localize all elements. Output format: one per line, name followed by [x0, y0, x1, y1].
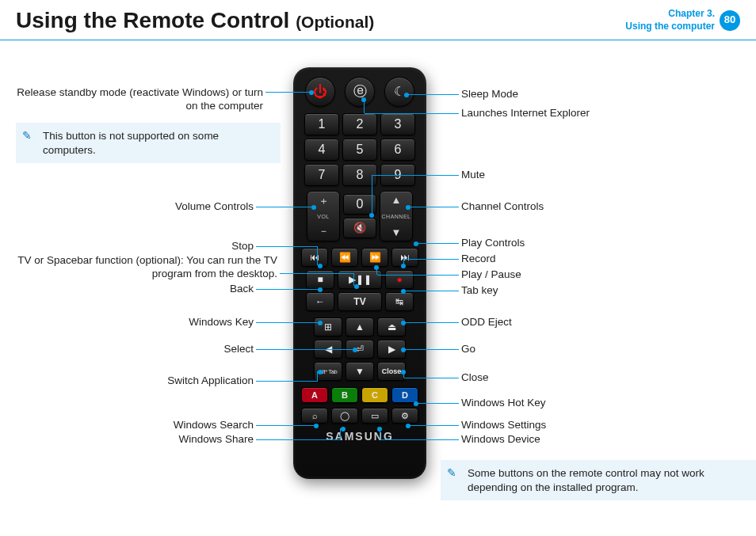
- num-7: 7: [304, 164, 339, 186]
- dot-stop: [318, 264, 323, 268]
- label-win-key: Windows Key: [95, 316, 254, 329]
- lead-pp: [377, 275, 459, 276]
- tab-icon: ↹: [395, 296, 403, 307]
- label-select: Select: [95, 343, 254, 356]
- plus-icon: ＋: [319, 194, 329, 208]
- mute-button: 🔇: [343, 218, 376, 238]
- label-power: Release standby mode (reactivate Windows…: [16, 86, 263, 113]
- ie-button: ⓔ: [345, 77, 375, 107]
- lead-back: [256, 289, 318, 290]
- settings-button: ⚙: [391, 408, 418, 424]
- dot-eject: [401, 321, 406, 325]
- lead-share-v: [340, 428, 341, 439]
- down-triangle-icon: ▼: [391, 226, 402, 238]
- lead-search: [256, 425, 314, 426]
- label-odd-eject: ODD Eject: [461, 316, 512, 329]
- label-record: Record: [461, 253, 496, 266]
- page-number-badge: 80: [720, 10, 740, 31]
- title-suffix: (Optional): [296, 13, 374, 31]
- note-icon-bottom: ✎: [447, 466, 461, 481]
- num-3: 3: [380, 113, 415, 135]
- label-play-pause: Play / Pause: [461, 268, 521, 282]
- num-4: 4: [304, 139, 339, 161]
- label-back: Back: [95, 283, 254, 296]
- lead-select: [256, 349, 353, 350]
- share-button: ◯: [331, 408, 358, 424]
- right-icon: ▶: [388, 344, 395, 355]
- dot-tvspace: [354, 284, 359, 289]
- gear-icon: ⚙: [401, 411, 409, 420]
- volume-rocker: ＋ VOL －: [307, 191, 340, 241]
- dot-power: [309, 90, 314, 95]
- share-icon: ◯: [340, 411, 349, 420]
- label-hot-key: Windows Hot Key: [461, 397, 546, 410]
- lead-switch: [256, 381, 318, 382]
- lead-tvspace-v: [353, 273, 354, 286]
- lead-rec: [404, 259, 459, 260]
- lead-dev: [380, 439, 459, 440]
- label-tab-key: Tab key: [461, 284, 498, 298]
- moon-icon: ☾: [394, 85, 405, 98]
- label-switch-app: Switch Application: [95, 374, 254, 388]
- windows-icon: ⊞: [324, 321, 332, 333]
- dot-winkey: [318, 321, 323, 325]
- rewind-icon: ⏪: [339, 252, 351, 263]
- label-ie: Launches Internet Explorer: [461, 107, 590, 120]
- record-button: ●: [385, 270, 414, 289]
- lead-share: [256, 439, 341, 440]
- play-pause-icon: ▶❚❚: [349, 274, 372, 285]
- stop-icon: ■: [317, 274, 323, 285]
- sleep-button: ☾: [384, 77, 414, 107]
- lead-tvspace: [280, 273, 354, 274]
- note-top-text: This button is not supported on some com…: [43, 130, 219, 156]
- back-button: ←: [306, 292, 334, 311]
- ie-icon: ⓔ: [353, 84, 367, 99]
- color-key-b: B: [331, 387, 358, 403]
- rewind-button: ⏪: [331, 248, 358, 267]
- down-icon: ▼: [355, 366, 365, 377]
- lead-close: [404, 378, 459, 378]
- mute-icon: 🔇: [353, 222, 366, 234]
- dot-switch: [318, 370, 323, 374]
- page-header: Using the Remote Control (Optional) Chap…: [0, 0, 756, 40]
- lead-ie-v: [364, 99, 365, 113]
- dot-pc: [414, 241, 418, 246]
- lead-stop-v: [317, 246, 318, 265]
- lead-set: [409, 425, 459, 426]
- chapter-info: Chapter 3. Using the computer 80: [625, 8, 740, 32]
- search-icon: ⌕: [312, 411, 318, 420]
- lead-ch: [409, 207, 459, 207]
- color-key-c: C: [361, 387, 388, 403]
- dot-set: [406, 424, 410, 428]
- lead-switch-v: [317, 371, 318, 381]
- dot-select: [353, 348, 357, 352]
- chapter-line1: Chapter 3.: [625, 8, 715, 21]
- forward-icon: ⏩: [369, 252, 381, 263]
- dot-tab: [401, 289, 406, 294]
- brand-label: SAMSUNG: [301, 430, 418, 443]
- diagram-stage: ⏻ ⓔ ☾ 1 2 3 4 5 6 7 8 9 ＋ VOL －: [0, 40, 756, 531]
- label-mute: Mute: [461, 169, 485, 182]
- label-go: Go: [461, 343, 475, 356]
- back-arrow-icon: ←: [315, 296, 325, 307]
- next-icon: ⏭: [400, 252, 410, 263]
- dot-ch: [406, 205, 410, 210]
- num-2: 2: [342, 113, 377, 135]
- num-6: 6: [380, 139, 415, 161]
- lead-volume: [256, 207, 311, 207]
- note-icon: ✎: [22, 129, 36, 143]
- num-1: 1: [304, 113, 339, 135]
- tv-button: TV: [338, 292, 382, 311]
- lead-ie: [365, 113, 459, 114]
- label-device: Windows Device: [461, 433, 540, 447]
- lead-hk: [417, 403, 459, 404]
- num-5: 5: [342, 139, 377, 161]
- label-settings: Windows Settings: [461, 419, 546, 432]
- eject-icon: ⏏: [388, 321, 396, 333]
- down-button: ▼: [346, 362, 374, 381]
- label-stop: Stop: [95, 240, 254, 253]
- up-triangle-icon: ▲: [391, 194, 402, 206]
- lead-tab: [404, 291, 459, 291]
- search-button: ⌕: [301, 408, 328, 424]
- tab-button: ↹: [385, 292, 414, 311]
